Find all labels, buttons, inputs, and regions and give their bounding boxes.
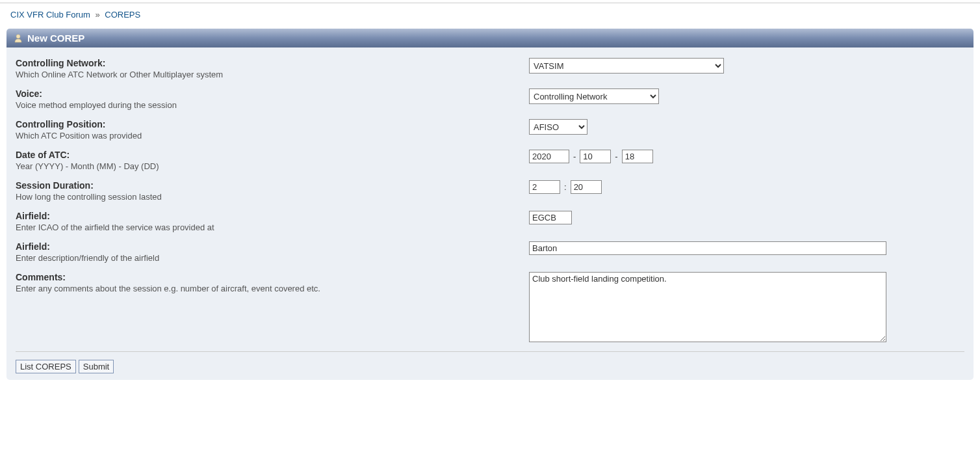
user-icon — [13, 33, 23, 44]
label-comments: Comments: — [16, 272, 529, 282]
desc-voice: Voice method employed during the session — [16, 100, 529, 110]
textarea-comments[interactable] — [529, 272, 886, 342]
input-day[interactable] — [622, 150, 653, 163]
breadcrumb-root[interactable]: CIX VFR Club Forum — [10, 10, 90, 20]
label-date: Date of ATC: — [16, 150, 529, 160]
breadcrumb-current[interactable]: COREPS — [105, 10, 140, 20]
label-position: Controlling Position: — [16, 119, 529, 129]
desc-duration: How long the controlling session lasted — [16, 192, 529, 202]
label-duration: Session Duration: — [16, 180, 529, 191]
desc-airfield-icao: Enter ICAO of the airfield the service w… — [16, 222, 529, 232]
breadcrumb-separator: » — [95, 10, 99, 20]
label-voice: Voice: — [16, 88, 529, 99]
input-hours[interactable] — [529, 180, 560, 194]
input-airfield-icao[interactable] — [529, 211, 572, 224]
breadcrumb: CIX VFR Club Forum » COREPS — [0, 3, 980, 29]
input-minutes[interactable] — [571, 180, 602, 194]
input-year[interactable] — [529, 150, 569, 163]
svg-point-0 — [16, 34, 20, 38]
select-position[interactable]: AFISO — [529, 119, 587, 135]
select-voice[interactable]: Controlling Network — [529, 88, 659, 104]
select-network[interactable]: VATSIM — [529, 58, 724, 74]
label-network: Controlling Network: — [16, 58, 529, 68]
duration-sep: : — [564, 182, 567, 192]
label-airfield-icao: Airfield: — [16, 211, 529, 221]
panel-title: New COREP — [27, 33, 84, 44]
desc-date: Year (YYYY) - Month (MM) - Day (DD) — [16, 161, 529, 171]
panel-header: New COREP — [6, 29, 974, 47]
date-sep: - — [573, 152, 576, 161]
label-airfield-name: Airfield: — [16, 241, 529, 252]
desc-comments: Enter any comments about the session e.g… — [16, 284, 529, 293]
input-airfield-name[interactable] — [529, 241, 886, 255]
date-sep: - — [615, 152, 617, 161]
input-month[interactable] — [580, 150, 611, 163]
desc-position: Which ATC Position was provided — [16, 131, 529, 141]
desc-airfield-name: Enter description/friendly of the airfie… — [16, 253, 529, 263]
submit-button[interactable]: Submit — [79, 360, 114, 373]
desc-network: Which Online ATC Network or Other Multip… — [16, 70, 529, 79]
list-coreps-button[interactable]: List COREPS — [16, 360, 76, 373]
